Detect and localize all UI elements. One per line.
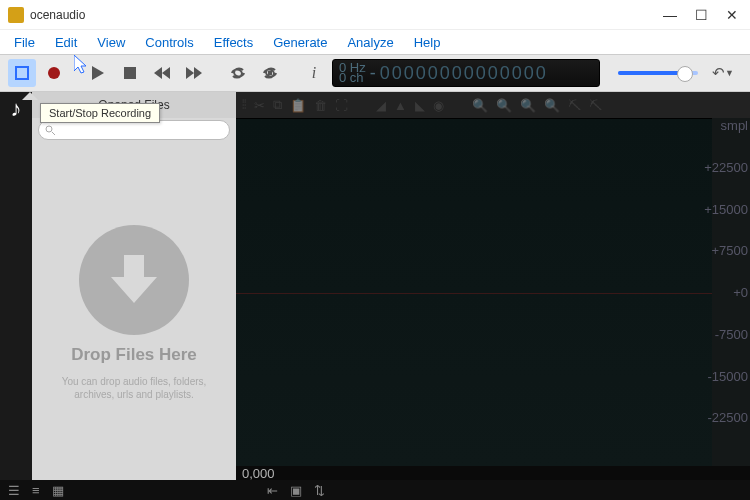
svg-point-4: [46, 126, 52, 132]
zoom-in-icon[interactable]: 🔍: [472, 98, 488, 113]
ruler-unit: smpl: [721, 118, 748, 133]
ruler-tick: -7500: [715, 327, 748, 342]
volume-slider[interactable]: [618, 71, 698, 75]
menu-generate[interactable]: Generate: [263, 31, 337, 54]
canvas-toolbar: ⦙⦙ ✂ ⧉ 📋 🗑 ⛶ ◢ ▲ ◣ ◉ 🔍 🔍 🔍 🔍 ⛏ ⛏: [236, 92, 750, 118]
svg-line-5: [52, 132, 55, 135]
menu-analyze[interactable]: Analyze: [337, 31, 403, 54]
menubar: File Edit View Controls Effects Generate…: [0, 30, 750, 54]
trash-icon[interactable]: 🗑: [314, 98, 327, 113]
window-title: ocenaudio: [30, 8, 663, 22]
titlebar: ocenaudio — ☐ ✕: [0, 0, 750, 30]
drop-zone[interactable]: Drop Files Here You can drop audio files…: [32, 146, 236, 480]
menu-edit[interactable]: Edit: [45, 31, 87, 54]
zoom-fit-icon[interactable]: 🔍: [544, 98, 560, 113]
view-detail-icon[interactable]: ≡: [32, 483, 40, 498]
close-button[interactable]: ✕: [726, 7, 738, 23]
svg-rect-3: [268, 71, 272, 75]
ruler-tick: +7500: [711, 243, 748, 258]
minimize-button[interactable]: —: [663, 7, 677, 23]
tool-b-icon[interactable]: ⛏: [589, 98, 602, 113]
collapse-icon[interactable]: ⇤: [267, 483, 278, 498]
ruler-tick: +22500: [704, 160, 748, 175]
normalize-icon[interactable]: ◉: [433, 98, 444, 113]
timecode-value: 0,000: [242, 466, 275, 481]
view-list-icon[interactable]: ☰: [8, 483, 20, 498]
view-grid-icon[interactable]: ▦: [52, 483, 64, 498]
zoom-sel-icon[interactable]: 🔍: [520, 98, 536, 113]
zoom-out-icon[interactable]: 🔍: [496, 98, 512, 113]
menu-file[interactable]: File: [4, 31, 45, 54]
loop-region-button[interactable]: [256, 59, 284, 87]
meter-digits: 00000000000000: [380, 63, 548, 84]
fade-in-icon[interactable]: ◢: [376, 98, 386, 113]
waveform-view[interactable]: [236, 118, 712, 466]
history-button[interactable]: ↶▼: [712, 64, 734, 82]
ruler-tick: -22500: [708, 410, 748, 425]
side-tab: ♪: [0, 92, 32, 480]
statusbar: ☰ ≡ ▦ ⇤ ▣ ⇅: [0, 480, 750, 500]
image-icon[interactable]: ▣: [290, 483, 302, 498]
play-button[interactable]: [84, 59, 112, 87]
tool-a-icon[interactable]: ⛏: [568, 98, 581, 113]
svg-rect-2: [124, 67, 136, 79]
svg-rect-0: [16, 67, 28, 79]
loop-button[interactable]: [224, 59, 252, 87]
rewind-button[interactable]: [148, 59, 176, 87]
paste-icon[interactable]: 📋: [290, 98, 306, 113]
timecode-bar: 0,000: [236, 466, 750, 480]
ruler-tick: +0: [733, 285, 748, 300]
main-area: Start/Stop Recording ♪ Opened Files Drop…: [0, 92, 750, 480]
info-button[interactable]: i: [300, 59, 328, 87]
music-note-icon[interactable]: ♪: [11, 96, 22, 122]
svg-point-1: [48, 67, 60, 79]
amplitude-ruler: smpl +22500 +15000 +7500 +0 -7500 -15000…: [712, 118, 750, 466]
drop-title: Drop Files Here: [71, 345, 197, 365]
ruler-tick: -15000: [708, 369, 748, 384]
meter-ch: 0 ch: [339, 73, 366, 83]
settings-icon[interactable]: ⇅: [314, 483, 325, 498]
menu-controls[interactable]: Controls: [135, 31, 203, 54]
gain-icon[interactable]: ▲: [394, 98, 407, 113]
fade-out-icon[interactable]: ◣: [415, 98, 425, 113]
level-meter: 0 Hz0 ch - 00000000000000: [332, 59, 600, 87]
selection-tool-button[interactable]: [8, 59, 36, 87]
copy-icon[interactable]: ⧉: [273, 97, 282, 113]
app-logo: [8, 7, 24, 23]
tooltip: Start/Stop Recording: [40, 103, 160, 123]
download-icon: [79, 225, 189, 335]
ruler-tick: +15000: [704, 202, 748, 217]
scissors-icon[interactable]: ✂: [254, 98, 265, 113]
menu-effects[interactable]: Effects: [204, 31, 264, 54]
handle-icon[interactable]: ⦙⦙: [242, 97, 246, 113]
sidebar: Opened Files Drop Files Here You can dro…: [32, 92, 236, 480]
drop-subtitle: You can drop audio files, folders, archi…: [48, 375, 220, 401]
record-button[interactable]: [40, 59, 68, 87]
maximize-button[interactable]: ☐: [695, 7, 708, 23]
menu-view[interactable]: View: [87, 31, 135, 54]
editor-canvas: ⦙⦙ ✂ ⧉ 📋 🗑 ⛶ ◢ ▲ ◣ ◉ 🔍 🔍 🔍 🔍 ⛏ ⛏ smpl +2…: [236, 92, 750, 480]
transport-toolbar: i 0 Hz0 ch - 00000000000000 ↶▼: [0, 54, 750, 92]
stop-button[interactable]: [116, 59, 144, 87]
meter-sep: -: [370, 63, 376, 84]
menu-help[interactable]: Help: [404, 31, 451, 54]
search-input[interactable]: [38, 120, 230, 140]
crop-icon[interactable]: ⛶: [335, 98, 348, 113]
forward-button[interactable]: [180, 59, 208, 87]
